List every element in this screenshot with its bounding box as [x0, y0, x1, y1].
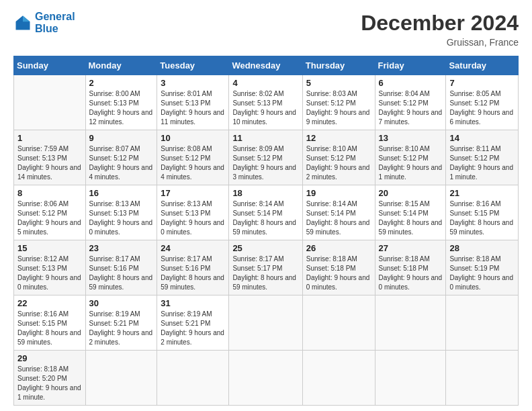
calendar-cell: 13 Sunrise: 8:10 AMSunset: 5:12 PMDaylig… — [375, 130, 446, 185]
location: Gruissan, France — [361, 37, 519, 48]
day-info: Sunrise: 8:10 AMSunset: 5:12 PMDaylight:… — [379, 145, 443, 181]
calendar-cell — [302, 351, 375, 406]
calendar-cell: 1 Sunrise: 7:59 AMSunset: 5:13 PMDayligh… — [14, 130, 86, 185]
calendar-header-row: Sunday Monday Tuesday Wednesday Thursday… — [14, 56, 519, 75]
day-number: 26 — [306, 243, 371, 253]
day-number: 11 — [232, 133, 298, 143]
day-info: Sunrise: 8:10 AMSunset: 5:12 PMDaylight:… — [306, 145, 370, 181]
day-info: Sunrise: 8:00 AMSunset: 5:13 PMDaylight:… — [89, 90, 153, 126]
day-number: 25 — [232, 243, 298, 253]
calendar-cell: 14 Sunrise: 8:11 AMSunset: 5:12 PMDaylig… — [446, 130, 519, 185]
day-info: Sunrise: 8:08 AMSunset: 5:12 PMDaylight:… — [161, 145, 224, 181]
calendar-cell: 20 Sunrise: 8:15 AMSunset: 5:14 PMDaylig… — [375, 185, 446, 240]
svg-marker-2 — [16, 15, 24, 21]
day-number: 4 — [232, 78, 298, 88]
day-info: Sunrise: 8:11 AMSunset: 5:12 PMDaylight:… — [449, 145, 513, 181]
calendar-cell: 17 Sunrise: 8:13 AMSunset: 5:13 PMDaylig… — [157, 185, 229, 240]
day-info: Sunrise: 8:14 AMSunset: 5:14 PMDaylight:… — [306, 200, 370, 236]
day-info: Sunrise: 8:12 AMSunset: 5:13 PMDaylight:… — [17, 255, 81, 291]
calendar-cell: 27 Sunrise: 8:18 AMSunset: 5:18 PMDaylig… — [375, 240, 446, 295]
calendar-cell: 22 Sunrise: 8:16 AMSunset: 5:15 PMDaylig… — [14, 295, 86, 351]
calendar-cell: 15 Sunrise: 8:12 AMSunset: 5:13 PMDaylig… — [14, 240, 86, 295]
calendar-cell — [375, 295, 446, 351]
calendar-cell: 23 Sunrise: 8:17 AMSunset: 5:16 PMDaylig… — [85, 240, 157, 295]
calendar-cell: 30 Sunrise: 8:19 AMSunset: 5:21 PMDaylig… — [85, 295, 157, 351]
day-number: 1 — [17, 133, 82, 143]
day-info: Sunrise: 7:59 AMSunset: 5:13 PMDaylight:… — [17, 145, 81, 181]
day-number: 17 — [161, 188, 225, 198]
calendar-cell: 24 Sunrise: 8:17 AMSunset: 5:16 PMDaylig… — [157, 240, 229, 295]
calendar-cell — [157, 351, 229, 406]
calendar-cell: 11 Sunrise: 8:09 AMSunset: 5:12 PMDaylig… — [229, 130, 302, 185]
page-header: General Blue December 2024 Gruissan, Fra… — [13, 11, 519, 48]
calendar-week-row: 8 Sunrise: 8:06 AMSunset: 5:12 PMDayligh… — [14, 185, 519, 240]
col-thursday: Thursday — [302, 56, 375, 75]
month-title: December 2024 — [361, 11, 519, 36]
col-friday: Friday — [375, 56, 446, 75]
day-info: Sunrise: 8:07 AMSunset: 5:12 PMDaylight:… — [89, 145, 153, 181]
day-number: 24 — [161, 243, 225, 253]
day-number: 8 — [17, 188, 82, 198]
day-number: 21 — [449, 188, 515, 198]
day-info: Sunrise: 8:19 AMSunset: 5:21 PMDaylight:… — [89, 310, 153, 346]
day-number: 2 — [89, 78, 154, 88]
calendar-cell: 3 Sunrise: 8:01 AMSunset: 5:13 PMDayligh… — [157, 75, 229, 130]
calendar-week-row: 29 Sunrise: 8:18 AMSunset: 5:20 PMDaylig… — [14, 351, 519, 406]
calendar-cell — [302, 295, 375, 351]
calendar-cell: 9 Sunrise: 8:07 AMSunset: 5:12 PMDayligh… — [85, 130, 157, 185]
col-wednesday: Wednesday — [229, 56, 302, 75]
calendar-cell — [14, 75, 86, 130]
col-sunday: Sunday — [14, 56, 86, 75]
calendar-cell: 2 Sunrise: 8:00 AMSunset: 5:13 PMDayligh… — [85, 75, 157, 130]
day-number: 19 — [306, 188, 371, 198]
day-info: Sunrise: 8:05 AMSunset: 5:12 PMDaylight:… — [449, 90, 513, 126]
svg-marker-1 — [23, 15, 30, 21]
calendar-cell: 26 Sunrise: 8:18 AMSunset: 5:18 PMDaylig… — [302, 240, 375, 295]
calendar-cell: 18 Sunrise: 8:14 AMSunset: 5:14 PMDaylig… — [229, 185, 302, 240]
day-number: 30 — [89, 298, 154, 308]
title-block: December 2024 Gruissan, France — [361, 11, 519, 48]
calendar-cell: 12 Sunrise: 8:10 AMSunset: 5:12 PMDaylig… — [302, 130, 375, 185]
calendar-week-row: 15 Sunrise: 8:12 AMSunset: 5:13 PMDaylig… — [14, 240, 519, 295]
day-info: Sunrise: 8:17 AMSunset: 5:16 PMDaylight:… — [89, 255, 153, 291]
calendar-cell: 21 Sunrise: 8:16 AMSunset: 5:15 PMDaylig… — [446, 185, 519, 240]
day-info: Sunrise: 8:17 AMSunset: 5:16 PMDaylight:… — [161, 255, 224, 291]
day-number: 23 — [89, 243, 154, 253]
day-number: 5 — [306, 78, 371, 88]
calendar-cell: 25 Sunrise: 8:17 AMSunset: 5:17 PMDaylig… — [229, 240, 302, 295]
calendar-cell: 28 Sunrise: 8:18 AMSunset: 5:19 PMDaylig… — [446, 240, 519, 295]
calendar-cell: 10 Sunrise: 8:08 AMSunset: 5:12 PMDaylig… — [157, 130, 229, 185]
day-info: Sunrise: 8:02 AMSunset: 5:13 PMDaylight:… — [232, 90, 296, 126]
day-number: 13 — [379, 133, 443, 143]
day-info: Sunrise: 8:13 AMSunset: 5:13 PMDaylight:… — [89, 200, 153, 236]
calendar-week-row: 22 Sunrise: 8:16 AMSunset: 5:15 PMDaylig… — [14, 295, 519, 351]
day-number: 29 — [17, 353, 82, 363]
day-number: 7 — [449, 78, 515, 88]
calendar-cell: 7 Sunrise: 8:05 AMSunset: 5:12 PMDayligh… — [446, 75, 519, 130]
col-tuesday: Tuesday — [157, 56, 229, 75]
calendar-cell: 5 Sunrise: 8:03 AMSunset: 5:12 PMDayligh… — [302, 75, 375, 130]
day-info: Sunrise: 8:18 AMSunset: 5:18 PMDaylight:… — [379, 255, 443, 291]
day-number: 6 — [379, 78, 443, 88]
calendar-week-row: 1 Sunrise: 7:59 AMSunset: 5:13 PMDayligh… — [14, 130, 519, 185]
day-info: Sunrise: 8:14 AMSunset: 5:14 PMDaylight:… — [232, 200, 296, 236]
day-info: Sunrise: 8:18 AMSunset: 5:20 PMDaylight:… — [17, 365, 81, 401]
day-number: 27 — [379, 243, 443, 253]
calendar-cell: 6 Sunrise: 8:04 AMSunset: 5:12 PMDayligh… — [375, 75, 446, 130]
day-info: Sunrise: 8:17 AMSunset: 5:17 PMDaylight:… — [232, 255, 296, 291]
calendar-cell — [229, 351, 302, 406]
day-info: Sunrise: 8:04 AMSunset: 5:12 PMDaylight:… — [379, 90, 443, 126]
col-monday: Monday — [85, 56, 157, 75]
logo-text: General Blue — [35, 11, 75, 34]
day-number: 22 — [17, 298, 82, 308]
calendar-cell: 31 Sunrise: 8:19 AMSunset: 5:21 PMDaylig… — [157, 295, 229, 351]
logo-icon — [13, 13, 32, 32]
col-saturday: Saturday — [446, 56, 519, 75]
calendar-week-row: 2 Sunrise: 8:00 AMSunset: 5:13 PMDayligh… — [14, 75, 519, 130]
day-info: Sunrise: 8:18 AMSunset: 5:18 PMDaylight:… — [306, 255, 370, 291]
day-number: 18 — [232, 188, 298, 198]
calendar-cell: 29 Sunrise: 8:18 AMSunset: 5:20 PMDaylig… — [14, 351, 86, 406]
day-number: 16 — [89, 188, 154, 198]
calendar-cell: 8 Sunrise: 8:06 AMSunset: 5:12 PMDayligh… — [14, 185, 86, 240]
day-number: 20 — [379, 188, 443, 198]
